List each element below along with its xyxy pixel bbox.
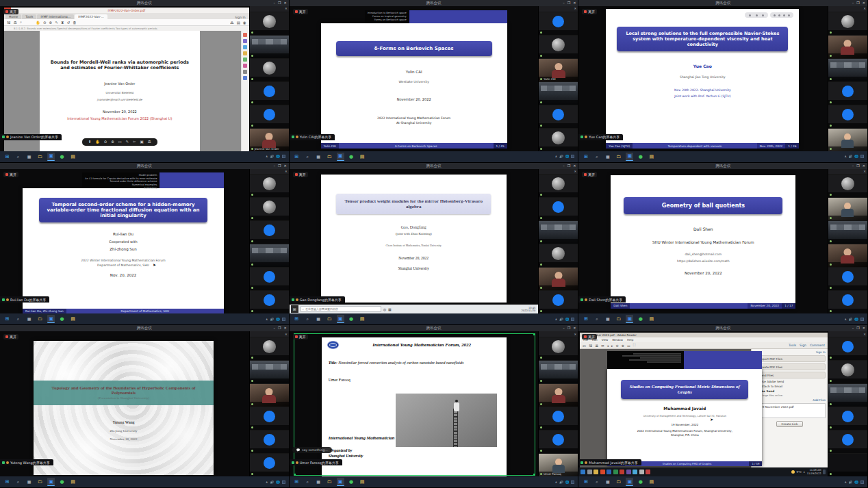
comment-tab[interactable]: Comment	[810, 344, 825, 347]
participant-tile-blue[interactable]	[828, 431, 867, 453]
sidebar-header[interactable]: ✕	[250, 331, 289, 337]
add-files-link[interactable]: Add Files	[754, 398, 826, 402]
undo-icon[interactable]: ↺	[67, 21, 71, 25]
wechat-icon[interactable]: ●	[637, 153, 644, 161]
participant-tile-blue[interactable]	[250, 431, 289, 453]
leave-meeting-button[interactable]: 离开	[582, 9, 597, 14]
search-icon[interactable]	[587, 470, 592, 474]
tools-tab[interactable]: Tools	[789, 344, 796, 347]
sign-in-link[interactable]: Sign In	[816, 350, 826, 354]
system-tray[interactable]: ∧🔊🌐	[266, 480, 285, 484]
minimize-icon[interactable]: –	[563, 163, 565, 169]
participant-tile-photo[interactable]	[828, 12, 867, 35]
taskbar-clock[interactable]: 10:452022/11/20	[522, 307, 537, 313]
start-button[interactable]: ⊞	[293, 478, 301, 486]
participant-tile-photo[interactable]	[250, 198, 289, 220]
meeting-app-icon[interactable]: ▣	[626, 478, 633, 486]
leave-meeting-button[interactable]: 离开	[293, 172, 308, 177]
maximize-icon[interactable]: ❐	[856, 163, 859, 169]
sidebar-header[interactable]: ✕	[250, 6, 289, 12]
close-icon[interactable]: ✕	[573, 163, 576, 169]
task-view-icon[interactable]: ▦	[388, 307, 392, 311]
leave-meeting-button[interactable]: 离开	[3, 172, 18, 177]
search-button[interactable]: ⌕	[593, 153, 600, 161]
create-link-button[interactable]: Create Link	[776, 421, 804, 427]
participant-tile-blue[interactable]	[539, 105, 578, 128]
browser-icon[interactable]	[600, 470, 605, 474]
task-view-button[interactable]: ▦	[25, 153, 33, 161]
file-explorer-icon[interactable]: 🗀	[615, 153, 622, 161]
sign-tab[interactable]: Sign	[800, 344, 806, 347]
search-button[interactable]: ⌕	[304, 478, 311, 486]
start-button[interactable]: ⊞	[293, 315, 301, 323]
participant-tile-room[interactable]	[250, 36, 289, 58]
folder-icon[interactable]: ▤	[69, 153, 77, 161]
panel-icon[interactable]: ▤	[237, 21, 240, 25]
windows-search-input[interactable]: ⌕在这里输入你要搜索的内容	[301, 306, 381, 312]
system-tray[interactable]: ∧🔊🌐	[844, 155, 864, 158]
search-button[interactable]: ⌕	[304, 315, 311, 323]
maximize-icon[interactable]: ❐	[856, 325, 859, 331]
close-icon[interactable]: ✕	[283, 163, 286, 169]
participant-tile-video2[interactable]	[828, 129, 867, 151]
file-explorer-icon[interactable]: 🗀	[326, 478, 333, 486]
search-button[interactable]: ⌕	[14, 478, 22, 486]
meeting-app-icon[interactable]: ▣	[626, 315, 633, 323]
participant-tile-room[interactable]	[539, 361, 578, 383]
participant-tile-room[interactable]	[250, 361, 289, 383]
folder-icon[interactable]: ▤	[648, 478, 655, 486]
fit-width-icon[interactable]: ▭	[627, 344, 630, 348]
close-icon[interactable]: ✕	[573, 0, 576, 6]
share-icon[interactable]: 🖧	[230, 21, 234, 25]
participant-tile-photo[interactable]	[828, 175, 867, 197]
wechat-icon[interactable]: ●	[637, 315, 644, 323]
participant-tile-video[interactable]	[539, 268, 578, 290]
start-button[interactable]: ⊞	[582, 478, 589, 486]
attach-to-email-radio[interactable]: Attach to Email	[754, 385, 826, 388]
close-icon[interactable]: ✕	[863, 0, 865, 6]
pdf-app-icon[interactable]	[620, 470, 624, 474]
sidebar-header[interactable]: ✕	[539, 169, 578, 175]
maximize-icon[interactable]: ❐	[278, 163, 281, 169]
wechat-icon[interactable]: ●	[348, 153, 355, 161]
participant-tile-room[interactable]	[828, 384, 867, 407]
participant-tile-photo[interactable]	[539, 36, 578, 58]
participant-tile-photo[interactable]	[539, 175, 578, 197]
file-explorer-icon[interactable]: 🗀	[36, 153, 44, 161]
folder-icon[interactable]: ▤	[69, 315, 77, 323]
system-tray[interactable]: ∧🔊🌐	[266, 318, 285, 321]
cortana-icon[interactable]: ◎	[383, 307, 386, 311]
file-explorer-icon[interactable]: 🗀	[36, 478, 44, 486]
file-explorer-icon[interactable]: 🗀	[326, 315, 333, 323]
participant-tile-blue[interactable]	[828, 82, 867, 105]
leave-meeting-button[interactable]: 离开	[3, 9, 18, 14]
task-view-button[interactable]: ▦	[315, 478, 322, 486]
zoom-out-icon[interactable]: ⊖	[43, 21, 47, 25]
leave-meeting-button[interactable]: 离开	[3, 334, 18, 339]
wechat-icon[interactable]: ●	[348, 315, 355, 323]
system-tray[interactable]: ∧🔊🌐	[844, 480, 864, 484]
start-button[interactable]: ⊞	[3, 153, 11, 161]
participant-tile-room[interactable]	[539, 221, 578, 244]
hand-tool-icon[interactable]: ✋	[36, 21, 40, 25]
send-files-section[interactable]: ▾Send Files	[754, 372, 826, 378]
next-page-icon[interactable]: ▸	[611, 344, 613, 348]
leave-meeting-button[interactable]: 离开	[582, 334, 597, 339]
start-button[interactable]: ⊞	[3, 478, 11, 486]
participant-tile-blue[interactable]	[539, 407, 578, 430]
create-pdf-section[interactable]: ▸Create PDF Files	[754, 363, 826, 370]
maximize-icon[interactable]: ❐	[567, 0, 570, 6]
taskbar-clock[interactable]: 11:03 AM11/19/2022	[807, 469, 821, 475]
system-tray[interactable]: ∧🔊🌐	[844, 318, 864, 321]
meeting-app-icon[interactable]: ▣	[337, 315, 344, 323]
maximize-icon[interactable]: ❐	[278, 325, 281, 331]
meeting-app-icon[interactable]: ▣	[626, 153, 633, 161]
save-icon[interactable]: 🖫	[589, 344, 592, 348]
minimize-icon[interactable]: –	[273, 163, 275, 169]
skype-icon[interactable]	[633, 470, 637, 474]
minimize-icon[interactable]: –	[563, 325, 565, 331]
folder-icon[interactable]: ▤	[359, 478, 366, 486]
chat-input-bubble[interactable]: 💬say something...	[292, 447, 332, 453]
participant-tile-room[interactable]	[539, 82, 578, 105]
zoom-in-icon[interactable]: ⊕	[622, 344, 624, 348]
